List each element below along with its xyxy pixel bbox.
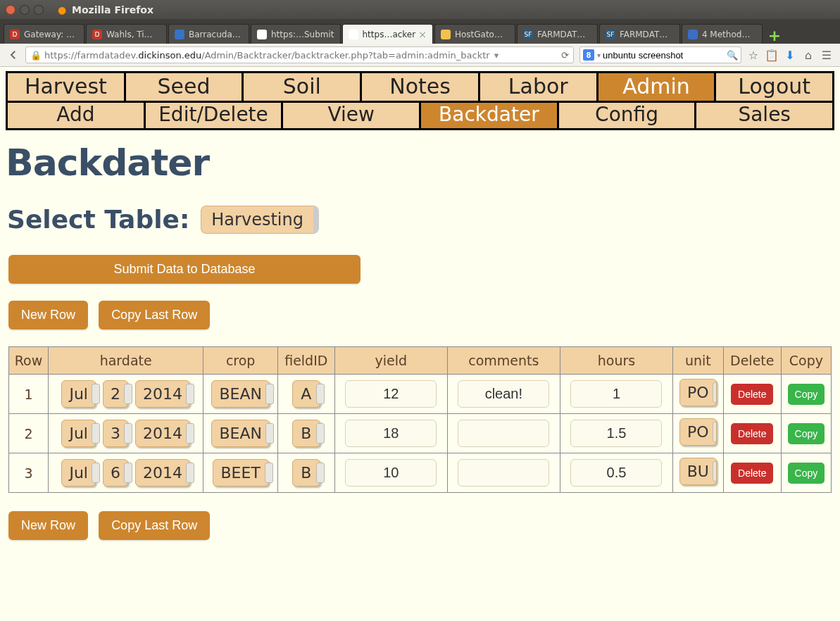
yield-input[interactable] (345, 380, 437, 408)
window-close-button[interactable] (6, 5, 15, 15)
sub-nav-editdelete[interactable]: Edit/Delete (146, 103, 284, 128)
browser-tab[interactable]: DWahls, Ti… (86, 24, 167, 44)
unit-select[interactable]: PO (679, 379, 717, 406)
copy-last-row-button-top[interactable]: Copy Last Row (99, 301, 210, 330)
reload-button[interactable]: ⟳ (561, 50, 569, 61)
tab-label: Barracuda… (189, 30, 241, 39)
table-select[interactable]: Harvesting (201, 206, 319, 234)
copy-last-row-button-bottom[interactable]: Copy Last Row (99, 511, 210, 540)
copy-row-button[interactable]: Copy (788, 463, 825, 484)
day-select[interactable]: 3 (103, 420, 128, 447)
menu-icon[interactable]: ☰ (817, 46, 836, 64)
main-nav-logout[interactable]: Logout (716, 73, 832, 101)
tab-favicon (175, 30, 184, 39)
clipboard-icon[interactable]: 📋 (763, 46, 781, 64)
sub-nav-backdater[interactable]: Backdater (421, 103, 559, 128)
year-select[interactable]: 2014 (135, 459, 190, 487)
main-nav-harvest[interactable]: Harvest (8, 73, 126, 101)
month-select[interactable]: Jul (61, 420, 96, 447)
sub-nav-view[interactable]: View (283, 103, 421, 128)
search-input[interactable] (603, 50, 727, 61)
tab-close-icon[interactable]: × (415, 29, 427, 40)
tab-favicon (349, 30, 358, 39)
tab-label: Wahls, Ti… (106, 30, 153, 39)
bookmark-star-icon[interactable]: ☆ (744, 46, 763, 64)
new-row-button-top[interactable]: New Row (8, 301, 88, 330)
delete-row-button[interactable]: Delete (731, 384, 773, 405)
crop-select[interactable]: BEAN (211, 420, 270, 447)
main-nav-admin[interactable]: Admin (598, 73, 717, 101)
tab-label: Gateway: … (24, 30, 75, 39)
delete-row-button[interactable]: Delete (731, 463, 773, 484)
submit-button[interactable]: Submit Data to Database (8, 255, 361, 284)
new-row-button-bottom[interactable]: New Row (8, 511, 88, 540)
copy-row-button[interactable]: Copy (788, 384, 825, 405)
window-minimize-button[interactable] (20, 5, 30, 15)
main-nav-seed[interactable]: Seed (126, 73, 244, 101)
field-select[interactable]: B (292, 459, 320, 487)
unit-select[interactable]: PO (679, 418, 717, 446)
col-crop: crop (203, 347, 277, 375)
year-select[interactable]: 2014 (135, 420, 190, 447)
back-button[interactable] (4, 46, 23, 64)
tab-favicon: D (92, 30, 102, 39)
browser-tab[interactable]: 4 Method… (682, 24, 763, 44)
hours-input[interactable] (570, 380, 662, 408)
window-maximize-button[interactable] (34, 5, 44, 15)
comments-input[interactable] (458, 459, 549, 487)
comments-input[interactable] (458, 420, 549, 447)
search-bar[interactable]: 8 ▾ 🔍 (579, 46, 741, 63)
col-fieldid: fieldID (277, 347, 334, 375)
firefox-icon: ● (56, 4, 68, 15)
col-delete: Delete (723, 347, 781, 375)
tab-label: FARMDAT… (620, 30, 667, 39)
home-icon[interactable]: ⌂ (799, 46, 817, 64)
table-row: 1Jul22014BEANAPODeleteCopy (9, 375, 832, 414)
downloads-icon[interactable]: ⬇ (781, 46, 799, 64)
sub-nav-sales[interactable]: Sales (696, 103, 832, 128)
day-select[interactable]: 2 (103, 380, 128, 408)
browser-tab[interactable]: https…acker× (342, 24, 433, 44)
new-tab-button[interactable]: + (766, 27, 783, 44)
field-select[interactable]: A (292, 380, 320, 408)
crop-select[interactable]: BEET (213, 459, 269, 487)
tab-label: HostGato… (455, 30, 503, 39)
delete-row-button[interactable]: Delete (731, 423, 773, 444)
field-select[interactable]: B (292, 420, 320, 447)
table-row: 3Jul62014BEETBBUDeleteCopy (9, 453, 832, 493)
tab-favicon (441, 30, 451, 39)
year-select[interactable]: 2014 (135, 380, 190, 408)
browser-tab[interactable]: SFFARMDAT… (517, 24, 598, 44)
crop-select[interactable]: BEAN (211, 380, 270, 408)
browser-tab[interactable]: https:…Submit (251, 24, 341, 44)
tab-label: FARMDAT… (537, 30, 585, 39)
url-sub: farmdatadev. (77, 50, 139, 61)
main-nav-labor[interactable]: Labor (480, 73, 598, 101)
browser-tab[interactable]: SFFARMDAT… (599, 24, 680, 44)
tab-favicon: D (10, 30, 20, 39)
row-number: 3 (9, 453, 49, 493)
hours-input[interactable] (570, 459, 662, 487)
select-table-label: Select Table: (7, 205, 189, 234)
month-select[interactable]: Jul (61, 380, 96, 408)
tab-favicon: SF (606, 30, 615, 39)
url-bar[interactable]: 🔒 https://farmdatadev.dickinson.edu/Admi… (25, 46, 574, 63)
search-icon[interactable]: 🔍 (727, 50, 738, 61)
browser-tab[interactable]: DGateway: … (4, 24, 84, 44)
day-select[interactable]: 6 (103, 459, 128, 487)
main-nav-soil[interactable]: Soil (244, 73, 362, 101)
sub-nav: AddEdit/DeleteViewBackdaterConfigSales (6, 103, 834, 130)
month-select[interactable]: Jul (61, 459, 96, 487)
main-nav-notes[interactable]: Notes (362, 73, 480, 101)
comments-input[interactable] (458, 380, 549, 408)
unit-select[interactable]: BU (679, 458, 717, 485)
browser-navbar: 🔒 https://farmdatadev.dickinson.edu/Admi… (0, 44, 840, 67)
yield-input[interactable] (345, 420, 437, 447)
browser-tab[interactable]: HostGato… (434, 24, 515, 44)
browser-tab[interactable]: Barracuda… (168, 24, 249, 44)
hours-input[interactable] (570, 420, 662, 447)
copy-row-button[interactable]: Copy (788, 423, 825, 444)
sub-nav-add[interactable]: Add (8, 103, 146, 128)
sub-nav-config[interactable]: Config (559, 103, 697, 128)
yield-input[interactable] (345, 459, 437, 487)
